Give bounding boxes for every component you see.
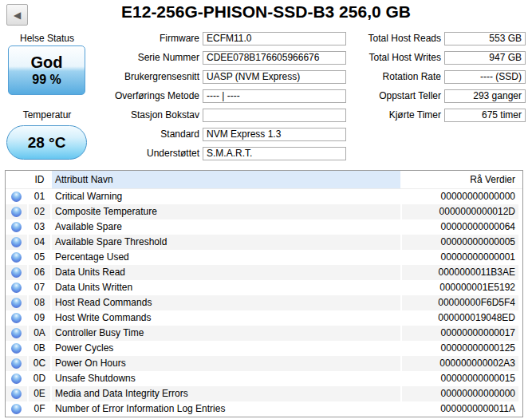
- table-row[interactable]: 0A Controller Busy Time 00000000000017: [6, 326, 522, 341]
- firmware-field[interactable]: ECFM11.0: [203, 32, 346, 45]
- power-on-count-label: Oppstart Teller: [353, 89, 441, 103]
- temperature-value: 28 °C: [28, 134, 66, 152]
- power-on-hours-field[interactable]: 675 timer: [444, 109, 526, 122]
- attr-id: 03: [29, 219, 50, 235]
- attr-raw-value: 00000000000001: [402, 250, 518, 265]
- attr-id: 02: [29, 204, 50, 219]
- health-status-indicator: God 99 %: [8, 45, 85, 95]
- attr-id: 06: [29, 265, 50, 280]
- attr-name: Data Units Read: [52, 265, 400, 280]
- power-on-hours-label: Kjørte Timer: [353, 109, 441, 122]
- health-percent-value: 99 %: [32, 72, 61, 87]
- attr-raw-value: 00000000000064: [402, 219, 518, 235]
- attr-raw-value: 00000000000005: [402, 235, 518, 250]
- table-header-row: ID Attributt Navn Rå Verdier: [6, 171, 522, 189]
- total-host-writes-label: Total Host Writes: [353, 51, 441, 65]
- attr-name: Percentage Used: [52, 250, 400, 265]
- attr-raw-value: 000000000002A3: [402, 356, 518, 371]
- transfer-mode-field[interactable]: ---- | ----: [203, 89, 346, 103]
- status-ok-icon: [11, 374, 22, 384]
- table-row[interactable]: 02 Composite Temperature 0000000000012D: [6, 204, 522, 219]
- status-ok-icon: [11, 404, 22, 414]
- attr-raw-value: 000000019048ED: [402, 310, 518, 326]
- status-ok-icon: [11, 237, 22, 247]
- supported-label: Understøttet: [94, 147, 199, 160]
- smart-attributes-table: ID Attributt Navn Rå Verdier 01 Critical…: [5, 170, 523, 417]
- table-row[interactable]: 05 Percentage Used 00000000000001: [6, 250, 522, 265]
- raw-values-column-header[interactable]: Rå Verdier: [402, 171, 518, 188]
- attr-name: Controller Busy Time: [52, 326, 400, 341]
- serial-number-label: Serie Nummer: [94, 51, 199, 65]
- table-row[interactable]: 04 Available Spare Threshold 00000000000…: [6, 235, 522, 250]
- total-host-reads-label: Total Host Reads: [353, 32, 441, 45]
- total-host-writes-field[interactable]: 947 GB: [444, 51, 526, 65]
- status-ok-icon: [11, 267, 22, 278]
- health-status-label: Helse Status: [0, 33, 94, 44]
- status-column-header[interactable]: [6, 171, 27, 188]
- attr-name: Power Cycles: [52, 341, 400, 356]
- table-row[interactable]: 0D Unsafe Shutdowns 00000000000015: [6, 371, 522, 386]
- attr-raw-value: 000000001E5192: [402, 280, 518, 295]
- attr-id: 04: [29, 235, 50, 250]
- attr-id: 01: [29, 189, 50, 204]
- temperature-indicator: 28 °C: [6, 125, 87, 160]
- attr-name: Available Spare Threshold: [52, 235, 400, 250]
- interface-label: Brukergrensesnitt: [94, 70, 199, 84]
- status-ok-icon: [11, 343, 22, 354]
- drive-letter-field[interactable]: [203, 109, 346, 122]
- power-on-count-field[interactable]: 293 ganger: [444, 89, 526, 103]
- attr-raw-value: 00000000000017: [402, 326, 518, 341]
- transfer-mode-label: Overførings Metode: [94, 89, 199, 103]
- attr-id: 08: [29, 295, 50, 310]
- attr-name: Unsafe Shutdowns: [52, 371, 400, 386]
- health-status-value: God: [31, 53, 63, 72]
- attr-name: Number of Error Information Log Entries: [52, 401, 400, 417]
- attr-name: Available Spare: [52, 219, 400, 235]
- id-column-header[interactable]: ID: [29, 171, 50, 188]
- interface-field[interactable]: UASP (NVM Express): [203, 70, 346, 84]
- total-host-reads-field[interactable]: 553 GB: [444, 32, 526, 45]
- attr-raw-value: 0000000011B3AE: [402, 265, 518, 280]
- attr-raw-value: 0000000000011A: [402, 401, 518, 417]
- crystaldiskinfo-window: { "window": { "title": "E12-256G-PHISON-…: [0, 0, 532, 419]
- attr-raw-value: 00000000000000: [402, 189, 518, 204]
- back-arrow-icon: ◀: [14, 10, 21, 21]
- table-row[interactable]: 09 Host Write Commands 000000019048ED: [6, 310, 522, 326]
- attr-name: Composite Temperature: [52, 204, 400, 219]
- serial-number-field[interactable]: CDEE078B176605966676: [203, 51, 346, 65]
- drive-title: E12-256G-PHISON-SSD-B3 256,0 GB: [32, 2, 500, 22]
- standard-label: Standard: [94, 128, 199, 141]
- attr-raw-value: 00000000000125: [402, 341, 518, 356]
- back-button[interactable]: ◀: [6, 4, 28, 26]
- status-ok-icon: [11, 192, 22, 202]
- table-row[interactable]: 0C Power On Hours 000000000002A3: [6, 356, 522, 371]
- attr-id: 0B: [29, 341, 50, 356]
- rotation-rate-label: Rotation Rate: [353, 70, 441, 84]
- rotation-rate-field[interactable]: ---- (SSD): [444, 70, 526, 84]
- attr-name: Critical Warning: [52, 189, 400, 204]
- attr-id: 0D: [29, 371, 50, 386]
- table-row[interactable]: 08 Host Read Commands 00000000F6D5F4: [6, 295, 522, 310]
- status-ok-icon: [11, 252, 22, 263]
- attr-id: 0A: [29, 326, 50, 341]
- table-row[interactable]: 03 Available Spare 00000000000064: [6, 219, 522, 235]
- table-row[interactable]: 06 Data Units Read 0000000011B3AE: [6, 265, 522, 280]
- table-row[interactable]: 01 Critical Warning 00000000000000: [6, 189, 522, 204]
- table-row[interactable]: 07 Data Units Written 000000001E5192: [6, 280, 522, 295]
- status-ok-icon: [11, 389, 22, 399]
- firmware-label: Firmware: [94, 32, 199, 45]
- supported-field[interactable]: S.M.A.R.T.: [203, 147, 346, 160]
- standard-field[interactable]: NVM Express 1.3: [203, 128, 346, 141]
- attr-id: 0F: [29, 401, 50, 417]
- table-row[interactable]: 0F Number of Error Information Log Entri…: [6, 401, 522, 417]
- attr-raw-value: 00000000F6D5F4: [402, 295, 518, 310]
- table-row[interactable]: 0E Media and Data Integrity Errors 00000…: [6, 386, 522, 401]
- attr-name: Media and Data Integrity Errors: [52, 386, 400, 401]
- status-ok-icon: [11, 313, 22, 323]
- table-row[interactable]: 0B Power Cycles 00000000000125: [6, 341, 522, 356]
- status-ok-icon: [11, 328, 22, 338]
- attribute-name-column-header[interactable]: Attributt Navn: [52, 171, 400, 188]
- attr-name: Host Read Commands: [52, 295, 400, 310]
- attr-name: Power On Hours: [52, 356, 400, 371]
- attr-id: 0C: [29, 356, 50, 371]
